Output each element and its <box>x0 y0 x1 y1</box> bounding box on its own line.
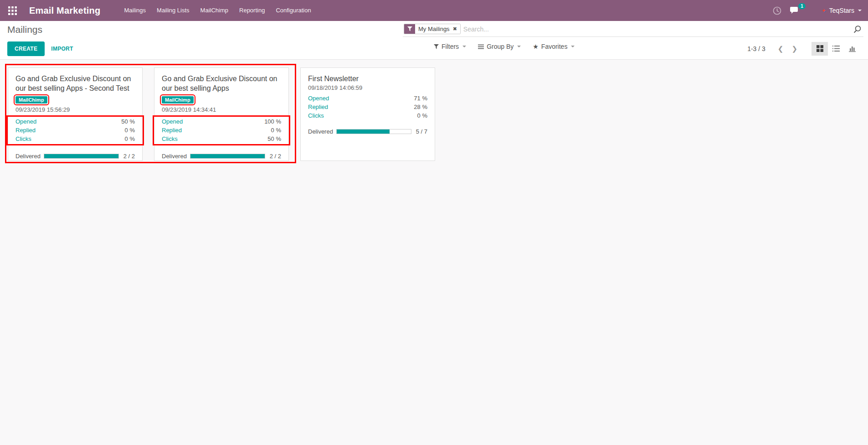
menu-mailings[interactable]: Mailings <box>118 0 151 21</box>
mailing-date: 09/23/2019 14:34:41 <box>154 104 288 115</box>
replied-link[interactable]: Replied <box>308 103 328 111</box>
delivered-row: Delivered 5 / 7 <box>301 128 435 135</box>
filter-funnel-icon <box>404 24 415 34</box>
stat-row-replied: Replied 28 % <box>301 103 435 111</box>
stat-row-clicks: Clicks 0 % <box>301 111 435 120</box>
stat-row-opened: Opened 50 % <box>8 117 143 126</box>
chevron-down-icon <box>858 10 862 11</box>
create-button[interactable]: CREATE <box>7 41 45 56</box>
mailing-card[interactable]: Go and Grab Exclusive Discount on our be… <box>154 67 289 161</box>
group-by-icon <box>478 44 484 49</box>
opened-link[interactable]: Opened <box>308 94 329 102</box>
delivered-progress-fill <box>44 154 118 158</box>
control-panel: Mailings My Mailings ✖ CREATE IMPO <box>0 21 868 60</box>
clicks-value: 0 % <box>417 112 427 119</box>
graph-view-button[interactable] <box>844 42 861 56</box>
list-view-button[interactable] <box>828 42 844 56</box>
delivered-value: 2 / 2 <box>270 153 281 160</box>
app-title: Email Marketing <box>29 5 100 16</box>
group-by-dropdown[interactable]: Group By <box>478 43 521 50</box>
facet-remove-icon[interactable]: ✖ <box>453 26 457 31</box>
clicks-link[interactable]: Clicks <box>162 135 178 143</box>
delivered-progress-fill <box>190 154 265 158</box>
search-bar[interactable]: My Mailings ✖ <box>403 23 863 37</box>
stat-row-opened: Opened 71 % <box>301 94 435 103</box>
mailing-stats: Opened 50 % Replied 0 % Clicks 0 % <box>6 115 144 145</box>
opened-value: 100 % <box>264 118 281 125</box>
menu-reporting[interactable]: Reporting <box>234 0 270 21</box>
mailing-card[interactable]: Go and Grab Exclusive Discount on our be… <box>8 67 143 161</box>
apps-grid-icon[interactable] <box>5 3 20 18</box>
delivered-value: 5 / 7 <box>416 128 427 135</box>
mailing-stats: Opened 100 % Replied 0 % Clicks 50 % <box>153 115 290 145</box>
pager-previous-button[interactable]: ❮ <box>774 43 788 55</box>
top-menu: Mailings Mailing Lists MailChimp Reporti… <box>118 0 316 21</box>
stat-row-clicks: Clicks 50 % <box>154 135 289 143</box>
search-input[interactable] <box>463 26 851 33</box>
mailing-date: 09/23/2019 15:56:29 <box>8 104 142 115</box>
stat-row-replied: Replied 0 % <box>8 126 143 135</box>
pager-next-button[interactable]: ❯ <box>787 43 801 55</box>
import-button[interactable]: IMPORT <box>45 42 79 56</box>
clicks-link[interactable]: Clicks <box>308 112 324 119</box>
filters-dropdown[interactable]: Filters <box>434 43 466 50</box>
mailchimp-badge: MailChimp <box>162 96 194 103</box>
chevron-down-icon <box>462 46 466 47</box>
opened-value: 71 % <box>414 94 427 102</box>
mailing-title[interactable]: Go and Grab Exclusive Discount on our be… <box>8 74 142 93</box>
messages-icon[interactable]: 1 <box>790 6 800 15</box>
replied-value: 0 % <box>125 126 135 134</box>
star-icon: ★ <box>533 43 539 50</box>
mailing-title[interactable]: Go and Grab Exclusive Discount on our be… <box>154 74 288 93</box>
pager-range: 1-3 / 3 <box>747 45 765 52</box>
clicks-link[interactable]: Clicks <box>15 135 31 143</box>
mailing-title[interactable]: First Newsletter <box>301 74 435 83</box>
delivered-progressbar <box>336 129 411 134</box>
message-count-badge: 1 <box>798 3 806 9</box>
apps-grid-glyph <box>8 6 17 15</box>
clicks-value: 0 % <box>125 135 135 143</box>
mailing-card[interactable]: First Newsletter 09/18/2019 14:06:59 Ope… <box>300 67 435 161</box>
page-title: Mailings <box>7 23 42 36</box>
replied-value: 0 % <box>271 126 281 134</box>
opened-link[interactable]: Opened <box>15 118 36 125</box>
clicks-value: 50 % <box>267 135 281 143</box>
user-name: TeqStars <box>829 7 854 14</box>
chevron-down-icon <box>571 46 575 47</box>
search-facet: My Mailings ✖ <box>404 24 461 34</box>
favorites-label: Favorites <box>541 43 568 50</box>
filters-label: Filters <box>442 43 459 50</box>
menu-configuration[interactable]: Configuration <box>270 0 316 21</box>
favorites-dropdown[interactable]: ★ Favorites <box>533 43 575 50</box>
chevron-down-icon <box>517 46 521 47</box>
kanban-view-button[interactable] <box>812 42 828 56</box>
company-logo-icon: ✦ <box>822 7 827 14</box>
stat-row-replied: Replied 0 % <box>154 126 289 135</box>
opened-value: 50 % <box>121 118 135 125</box>
kanban-view: Go and Grab Exclusive Discount on our be… <box>0 60 868 445</box>
delivered-row: Delivered 2 / 2 <box>154 153 288 160</box>
group-by-label: Group By <box>487 43 514 50</box>
delivered-label: Delivered <box>308 128 336 135</box>
stat-row-clicks: Clicks 0 % <box>8 135 143 143</box>
user-menu[interactable]: ✦ TeqStars <box>822 7 862 14</box>
view-switcher <box>812 42 861 56</box>
funnel-icon <box>434 44 439 49</box>
search-magnifier-icon[interactable] <box>853 25 862 33</box>
top-navbar: Email Marketing Mailings Mailing Lists M… <box>0 0 868 21</box>
replied-link[interactable]: Replied <box>162 126 182 134</box>
replied-link[interactable]: Replied <box>15 126 36 134</box>
opened-link[interactable]: Opened <box>162 118 183 125</box>
delivered-progress-fill <box>337 129 390 134</box>
menu-mailing-lists[interactable]: Mailing Lists <box>151 0 195 21</box>
activities-clock-icon[interactable] <box>773 6 781 15</box>
delivered-value: 2 / 2 <box>123 153 135 160</box>
delivered-label: Delivered <box>15 153 44 160</box>
delivered-row: Delivered 2 / 2 <box>8 153 142 160</box>
mailing-stats: Opened 71 % Replied 28 % Clicks 0 % <box>301 93 435 121</box>
replied-value: 28 % <box>414 103 427 111</box>
delivered-progressbar <box>44 154 119 159</box>
stat-row-opened: Opened 100 % <box>154 117 289 126</box>
menu-mailchimp[interactable]: MailChimp <box>195 0 234 21</box>
mailing-date: 09/18/2019 14:06:59 <box>301 83 435 93</box>
